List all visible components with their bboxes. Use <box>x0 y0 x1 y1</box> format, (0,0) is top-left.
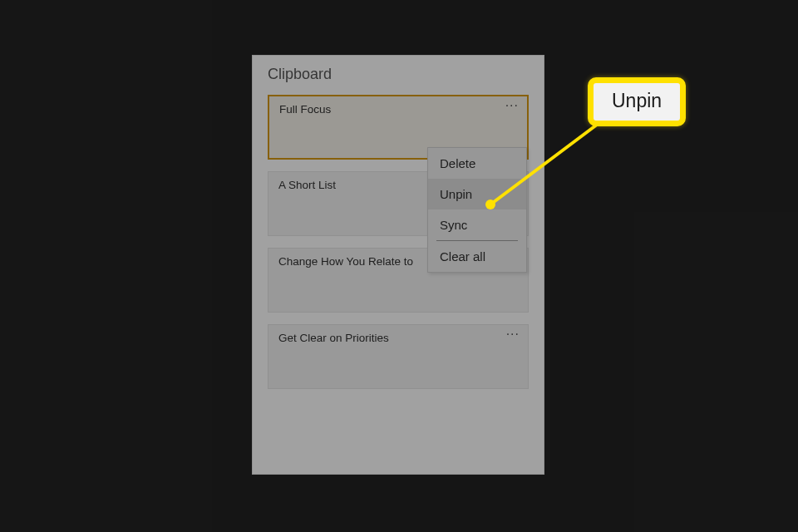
ellipsis-icon[interactable]: ··· <box>505 98 519 113</box>
clipboard-card[interactable]: Get Clear on Priorities ··· <box>268 324 529 389</box>
clipboard-card-text: Full Focus <box>279 103 331 116</box>
menu-item-sync[interactable]: Sync <box>428 209 526 240</box>
clipboard-card-text: Change How You Relate to <box>278 255 413 268</box>
clipboard-card-text: Get Clear on Priorities <box>278 332 389 344</box>
callout-label: Unpin <box>588 77 686 126</box>
clipboard-card-text: A Short List <box>278 179 336 191</box>
context-menu: Delete Unpin Sync Clear all <box>427 147 527 273</box>
menu-item-clear-all[interactable]: Clear all <box>428 241 526 272</box>
menu-item-unpin[interactable]: Unpin <box>428 179 526 209</box>
clipboard-title: Clipboard <box>253 56 544 95</box>
ellipsis-icon[interactable]: ··· <box>506 327 520 342</box>
menu-item-delete[interactable]: Delete <box>428 148 526 179</box>
